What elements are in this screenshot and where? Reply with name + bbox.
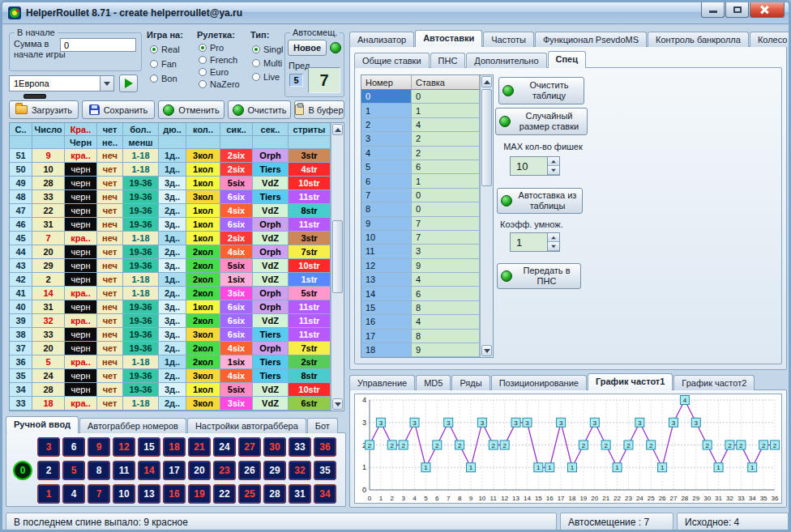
stepper-down-icon[interactable] [548,166,559,175]
history-row[interactable]: 365кра..неч1-181д..2кол1sixTiers2str [10,355,331,369]
main-tab-0[interactable]: Анализатор [349,32,414,47]
history-header-cell[interactable]: дю.. [159,123,186,136]
bet-row[interactable]: 178 [361,330,480,343]
bets-tab-0[interactable]: Общие ставки [354,53,430,68]
pad-number-4[interactable]: 4 [62,484,85,504]
bet-row[interactable]: 00 [361,90,480,104]
type-radio-multi[interactable]: Multi [252,58,282,68]
pad-number-1[interactable]: 1 [37,484,60,504]
chart-tab-0[interactable]: Управление [349,375,415,390]
pad-number-31[interactable]: 31 [289,484,311,504]
bet-row[interactable]: 61 [361,174,480,188]
roulette-radio-euro[interactable]: Euro [199,67,229,77]
history-header-cell[interactable]: сек.. [253,123,289,136]
history-header-cell[interactable]: сик.. [220,123,253,136]
pad-number-27[interactable]: 27 [238,437,261,457]
history-row[interactable]: 4114кра..чет1-182д..2кол3sixOrph5str [10,287,331,300]
pad-number-33[interactable]: 33 [289,437,311,457]
manual-tab-2[interactable]: Настройки автограббера [187,418,306,433]
splitter-button[interactable] [24,94,46,99]
scrollbar-thumb[interactable] [332,220,343,293]
close-button[interactable] [750,2,785,18]
bet-row[interactable]: 189 [361,343,480,357]
history-header-cell[interactable]: Число [32,123,65,136]
chart-tab-4[interactable]: График частот1 [588,373,673,390]
pad-number-8[interactable]: 8 [88,461,110,480]
pad-number-20[interactable]: 20 [188,461,211,480]
history-row[interactable]: 3428чернчет19-363д..1кол5sixVdZ10str [10,383,331,397]
stepper-up-icon[interactable] [548,233,559,242]
pad-number-13[interactable]: 13 [138,484,160,504]
pad-number-29[interactable]: 29 [263,461,286,480]
pad-number-23[interactable]: 23 [213,461,236,480]
bet-row[interactable]: 107 [361,231,480,245]
roulette-radio-nazero[interactable]: NaZero [199,79,240,89]
pad-number-5[interactable]: 5 [62,461,85,480]
pad-number-25[interactable]: 25 [238,484,261,504]
history-row[interactable]: 519кра..неч1-181д..3кол2sixOrph3str [10,149,331,163]
new-autoshift-button[interactable]: Новое [288,40,327,56]
undo-button[interactable]: Отменить [158,100,224,119]
roulette-radio-pro[interactable]: Pro [199,43,224,53]
chart-tab-3[interactable]: Позиционирование [491,375,587,390]
random-stake-button[interactable]: Случайный размер ставки [495,108,588,135]
pad-number-28[interactable]: 28 [263,484,286,504]
save-button[interactable]: Сохранить [82,100,155,119]
bet-row[interactable]: 113 [361,245,480,258]
bet-row[interactable]: 42 [361,147,480,160]
history-row[interactable]: 3932кра..чет19-363д..2кол6sixVdZ11str [10,314,331,328]
pad-number-26[interactable]: 26 [238,461,261,480]
pad-number-10[interactable]: 10 [113,484,135,504]
history-header-cell[interactable]: бол.. [123,123,159,136]
pad-number-16[interactable]: 16 [163,484,186,504]
bet-row[interactable]: 32 [361,132,480,146]
bet-row[interactable]: 11 [361,104,480,117]
bet-row[interactable]: 129 [361,259,480,273]
chart-tab-5[interactable]: График частот2 [673,375,755,390]
autobet-from-table-button[interactable]: Автоставка из таблицы [497,188,583,214]
bet-row[interactable]: 164 [361,315,480,329]
pad-number-2[interactable]: 2 [37,461,60,480]
bet-row[interactable]: 80 [361,202,480,216]
bets-tab-3[interactable]: Спец [548,51,586,68]
history-row[interactable]: 3720чернчет19-362д..2кол4sixOrph7str [10,342,331,355]
preset-select[interactable]: 1Европа [9,75,114,92]
pad-number-30[interactable]: 30 [263,437,286,457]
stepper-down-icon[interactable] [548,242,559,251]
pad-number-18[interactable]: 18 [163,437,186,457]
start-sum-input[interactable] [60,38,136,52]
bet-row[interactable]: 158 [361,301,480,315]
pad-number-12[interactable]: 12 [113,437,135,457]
manual-tab-1[interactable]: Автограббер номеров [79,418,186,433]
buffer-button[interactable]: В буфер [294,100,344,119]
history-row[interactable]: 3833черннеч19-363д..3кол6sixTiers11str [10,328,331,342]
pad-number-9[interactable]: 9 [88,437,110,457]
history-row[interactable]: 4833черннеч19-363д..3кол6sixTiers11str [10,190,331,204]
history-row[interactable]: 4722чернчет19-362д..1кол4sixVdZ8str [10,204,331,218]
pad-number-19[interactable]: 19 [188,484,211,504]
play-button[interactable] [119,74,138,92]
maximize-button[interactable] [725,2,749,18]
clear-bet-table-button[interactable]: Очистить таблицу [498,77,584,104]
history-row[interactable]: 4928чернчет19-363д..1кол5sixVdZ10str [10,177,331,190]
main-tab-3[interactable]: Функционал PsevdoMS [535,32,647,47]
chevron-down-icon[interactable] [100,76,113,91]
chart-tab-2[interactable]: Ряды [451,375,490,390]
minimize-button[interactable] [701,2,725,18]
scrollbar-thumb[interactable] [481,89,492,186]
game-radio-bon[interactable]: Bon [150,74,177,83]
game-radio-fan[interactable]: Fan [150,59,177,69]
main-tab-1[interactable]: Автоставки [415,30,482,47]
pad-number-7[interactable]: 7 [88,484,110,504]
bet-row[interactable]: 134 [361,273,480,287]
chart-tab-1[interactable]: MD5 [416,375,451,390]
pad-number-36[interactable]: 36 [314,437,336,457]
history-row[interactable]: 4031черннеч19-363д..1кол6sixOrph11str [10,300,331,314]
main-tab-2[interactable]: Частоты [483,32,534,47]
history-row[interactable]: 5010чернчет1-181д..1кол2sixTiers4str [10,163,331,177]
pad-number-3[interactable]: 3 [37,437,60,457]
pad-number-32[interactable]: 32 [289,461,311,480]
pad-number-0[interactable]: 0 [13,461,32,480]
pad-number-6[interactable]: 6 [62,437,85,457]
history-header-cell[interactable]: чет [97,123,123,136]
